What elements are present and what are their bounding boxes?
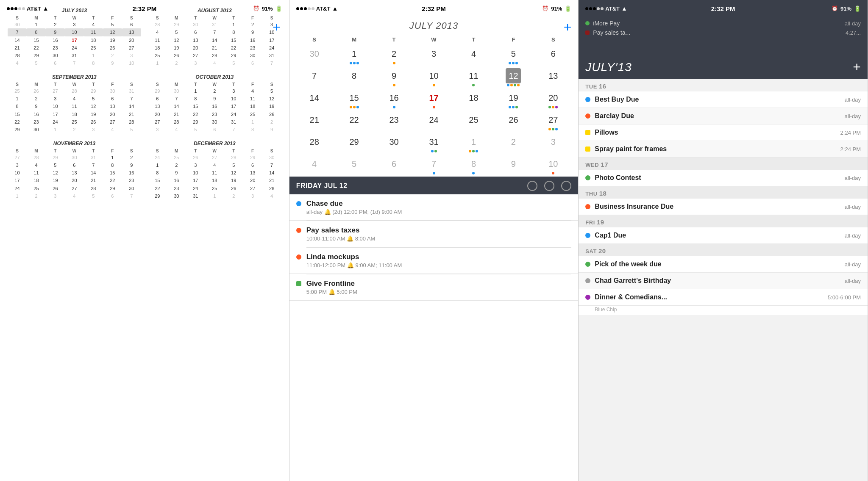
cal-day[interactable]: 9 — [374, 66, 414, 88]
signal-strength-p3 — [585, 7, 604, 10]
cal-day[interactable]: 29 — [334, 133, 374, 155]
agenda-event-dinner[interactable]: Dinner & Comedians... 5:00-6:00 PM — [579, 289, 868, 306]
event-item-sales-tax[interactable]: Pay sales taxes 10:00-11:00 AM 🔔 8:00 AM — [289, 221, 579, 247]
mini-cal-title-september: SEPTEMBER 2013 — [8, 74, 141, 80]
wifi-icon: ▲ — [43, 5, 49, 12]
agenda-event-bestbuy[interactable]: Best Buy Due all-day — [579, 91, 868, 108]
status-left: AT&T ▲ — [7, 5, 49, 12]
bestbuy-title: Best Buy Due — [595, 96, 840, 103]
day-num-19: 19 — [597, 218, 604, 226]
event-item-chase[interactable]: Chase due all-day 🔔 (2d) 12:00 PM; (1d) … — [289, 194, 579, 221]
event-item-frontline[interactable]: Give Frontline 5:00 PM 🔔 5:00 PM — [289, 274, 579, 301]
dinner-time: 5:00-6:00 PM — [828, 294, 861, 301]
time-display-p2: 2:32 PM — [422, 5, 446, 12]
cal-day[interactable]: 6 — [374, 155, 414, 177]
cal-day[interactable]: 15 — [334, 88, 374, 111]
signal-strength-p2 — [296, 7, 314, 10]
cal-day[interactable]: 30 — [374, 133, 414, 155]
cal-day[interactable]: 7 — [414, 155, 454, 177]
status-right-p3: ⏰ 91% 🔋 — [832, 6, 861, 12]
month-add-button[interactable]: + — [564, 19, 572, 35]
mini-cal-october: OCTOBER 2013 SMTWTFS 293012345 678910111… — [145, 71, 285, 137]
agenda-event-pillows[interactable]: Pillows 2:24 PM — [579, 124, 868, 141]
cal-day[interactable]: 5 — [334, 155, 374, 177]
cal-day[interactable]: 16 — [374, 88, 414, 111]
battery-icon-p2: 🔋 — [565, 6, 571, 12]
cal-day[interactable]: 30 — [295, 44, 334, 66]
add-button[interactable]: + — [273, 19, 281, 35]
event-item-linda[interactable]: Linda mockups 11:00-12:00 PM 🔔 9:00 AM; … — [289, 248, 579, 274]
circle-icon-1 — [527, 181, 537, 191]
cal-day[interactable]: 20 — [533, 88, 573, 111]
agenda-event-photo[interactable]: Photo Contest all-day — [579, 170, 868, 186]
event-info-frontline: Give Frontline 5:00 PM 🔔 5:00 PM — [306, 279, 572, 295]
agenda-date-wed17: WED 17 — [579, 158, 868, 170]
cal-day[interactable]: 4 — [295, 155, 334, 177]
month-view-panel: AT&T ▲ 2:32 PM ⏰ 91% 🔋 JULY 2013 + S M T… — [289, 0, 579, 481]
cal-day[interactable]: 8 — [453, 155, 493, 177]
mini-cal-december: DECEMBER 2013 SMTWTFS 24252627282930 123… — [145, 137, 285, 204]
cal-day[interactable]: 3 — [533, 133, 573, 155]
cal-day[interactable]: 10 — [533, 155, 573, 177]
cal-day[interactable]: 18 — [453, 88, 493, 111]
spray-time: 2:24 PM — [840, 146, 861, 152]
cal-day[interactable]: 27 — [533, 111, 573, 133]
cal-day[interactable]: 26 — [493, 111, 533, 133]
agenda-event-barclay[interactable]: Barclay Due all-day — [579, 108, 868, 124]
agenda-add-button[interactable]: + — [853, 59, 861, 75]
cal-day[interactable]: 11 — [453, 66, 493, 88]
cal-day[interactable]: 3 — [414, 44, 454, 66]
mini-cal-grid-july: SMTWTFS 30123456 78910111213 14151617181… — [8, 15, 141, 67]
cal-day[interactable]: 4 — [453, 44, 493, 66]
cal-day[interactable]: 14 — [295, 88, 334, 111]
cal-day[interactable]: 24 — [414, 111, 454, 133]
agenda-event-insurance[interactable]: Business Insurance Due all-day — [579, 199, 868, 215]
mini-cal-grid-december: SMTWTFS 24252627282930 1234567 891011121… — [148, 148, 281, 200]
agenda-event-pick[interactable]: Pick of the week due all-day — [579, 256, 868, 273]
agenda-above-item-paysales[interactable]: Pay sales ta... 4:27... — [585, 28, 861, 37]
cal-day[interactable]: 2 — [493, 133, 533, 155]
event-title-linda: Linda mockups — [306, 253, 572, 261]
mini-cal-title-october: OCTOBER 2013 — [148, 74, 281, 80]
cal-day[interactable]: 8 — [334, 66, 374, 88]
col-header-mon: M — [334, 35, 374, 44]
cal-day[interactable]: 9 — [493, 155, 533, 177]
cap1-time: all-day — [845, 232, 861, 239]
cal-day[interactable]: 28 — [295, 133, 334, 155]
cal-day[interactable]: 31 — [414, 133, 454, 155]
cal-day[interactable]: 23 — [374, 111, 414, 133]
agenda-event-cap1[interactable]: Cap1 Due all-day — [579, 227, 868, 244]
agenda-event-spray[interactable]: Spray paint for frames 2:24 PM — [579, 141, 868, 158]
day-num-20: 20 — [598, 247, 606, 254]
imore-time: all-day — [845, 20, 861, 27]
agenda-above-item-imore[interactable]: iMore Pay all-day — [585, 19, 861, 28]
day-label-thu: THU — [585, 191, 599, 197]
paysales-time: 4:27... — [846, 30, 861, 36]
cal-day[interactable]: 10 — [414, 66, 454, 88]
mini-cal-grid-november: SMTWTFS 272829303112 3456789 10111213141… — [8, 148, 141, 200]
status-left-p2: AT&T ▲ — [296, 5, 338, 12]
battery-pct: 91% — [262, 6, 273, 12]
cal-day[interactable]: 1 — [334, 44, 374, 66]
cal-day-selected[interactable]: 12 — [493, 66, 533, 88]
cal-day[interactable]: 7 — [295, 66, 334, 88]
insurance-title: Business Insurance Due — [595, 203, 840, 210]
event-info-linda: Linda mockups 11:00-12:00 PM 🔔 9:00 AM; … — [306, 253, 572, 268]
agenda-date-tue16: TUE 16 — [579, 79, 868, 91]
event-info-sales-tax: Pay sales taxes 10:00-11:00 AM 🔔 8:00 AM — [306, 226, 572, 242]
cal-day[interactable]: 21 — [295, 111, 334, 133]
cal-day-today[interactable]: 17 — [414, 88, 454, 111]
bestbuy-time: all-day — [845, 97, 861, 103]
day-label-wed: WED — [585, 162, 601, 168]
cal-day[interactable]: 2 — [374, 44, 414, 66]
cal-day[interactable]: 5 — [493, 44, 533, 66]
cal-day[interactable]: 22 — [334, 111, 374, 133]
time-display: 2:32 PM — [132, 5, 156, 12]
mini-cal-grid-september: SMTWTFS 25262728293031 1234567 891011121… — [8, 82, 141, 134]
cal-day[interactable]: 19 — [493, 88, 533, 111]
agenda-event-chad[interactable]: Chad Garrett's Birthday all-day — [579, 273, 868, 289]
cal-day[interactable]: 13 — [533, 66, 573, 88]
cal-day[interactable]: 1 — [453, 133, 493, 155]
cal-day[interactable]: 25 — [453, 111, 493, 133]
cal-day[interactable]: 6 — [533, 44, 573, 66]
